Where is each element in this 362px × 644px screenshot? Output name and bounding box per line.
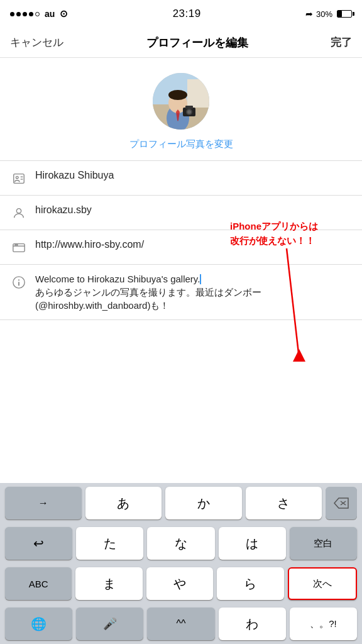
svg-point-10	[187, 110, 191, 114]
done-button[interactable]: 完了	[331, 35, 352, 50]
key-next[interactable]: 次へ	[288, 567, 357, 600]
text-cursor	[200, 274, 201, 284]
key-a[interactable]: あ	[85, 487, 162, 519]
battery-icon	[337, 10, 352, 18]
avatar[interactable]	[153, 73, 209, 130]
key-ma[interactable]: ま	[75, 567, 142, 600]
svg-marker-26	[293, 349, 305, 362]
key-dakuten[interactable]: ^^	[147, 608, 214, 640]
key-next-line[interactable]: →	[5, 487, 82, 519]
key-punctuation[interactable]: 、。?!	[290, 608, 357, 640]
keyboard-row-4: 🌐 🎤 ^^ わ 、。?!	[0, 604, 362, 644]
svg-rect-22	[18, 282, 19, 286]
svg-point-18	[15, 245, 16, 245]
delete-icon	[333, 497, 349, 509]
dot2	[16, 12, 21, 16]
svg-point-6	[168, 90, 187, 100]
svg-point-21	[18, 279, 19, 280]
nav-bar: キャンセル プロフィールを編集 完了	[0, 28, 362, 58]
dot3	[23, 12, 27, 16]
form-section: Hirokazu Shibuya hirokazu.sby http://www…	[0, 160, 362, 320]
signal-dots	[10, 12, 40, 16]
keyboard-row-3: ABC ま や ら 次へ	[0, 564, 362, 604]
key-mic[interactable]: 🎤	[76, 608, 143, 640]
status-bar: au ⊙ 23:19 ➦ 30%	[0, 0, 362, 28]
svg-rect-2	[187, 79, 209, 108]
status-left: au ⊙	[10, 8, 68, 19]
key-ha[interactable]: は	[219, 527, 286, 560]
key-undo[interactable]: ↩	[5, 527, 72, 560]
key-ra[interactable]: ら	[217, 567, 283, 600]
website-icon	[10, 239, 28, 257]
svg-point-12	[16, 176, 18, 179]
status-right: ➦ 30%	[305, 9, 352, 19]
time-display: 23:19	[173, 8, 201, 20]
svg-point-15	[16, 209, 21, 213]
battery-percent: 30%	[316, 9, 332, 19]
website-field-row[interactable]: http://www.hiro-sby.com/	[0, 230, 362, 265]
username-icon	[10, 204, 28, 222]
name-value: Hirokazu Shibuya	[35, 169, 352, 182]
key-abc[interactable]: ABC	[5, 567, 72, 600]
change-photo-button[interactable]: プロフィール写真を変更	[129, 138, 233, 150]
username-value: hirokazu.sby	[35, 203, 352, 217]
cancel-button[interactable]: キャンセル	[10, 35, 63, 50]
page-title: プロフィールを編集	[146, 35, 248, 50]
key-ka[interactable]: か	[165, 487, 242, 519]
keyboard: → あ か さ ↩ た な は 空白 ABC ま や ら 次へ 🌐 🎤 ^^ わ…	[0, 483, 362, 644]
key-sa[interactable]: さ	[246, 487, 322, 519]
username-field-row[interactable]: hirokazu.sby	[0, 196, 362, 230]
bio-field-row[interactable]: Welcome to Hirokazu Shibuya's gallery. あ…	[0, 265, 362, 319]
svg-point-19	[17, 245, 18, 245]
bio-value: Welcome to Hirokazu Shibuya's gallery. あ…	[35, 272, 352, 312]
dot1	[10, 12, 14, 16]
key-globe[interactable]: 🌐	[5, 608, 72, 640]
key-ya[interactable]: や	[146, 567, 213, 600]
keyboard-row-2: ↩ た な は 空白	[0, 523, 362, 564]
key-na[interactable]: な	[147, 527, 214, 560]
key-wa[interactable]: わ	[219, 608, 286, 640]
dot4	[29, 12, 33, 16]
key-ta[interactable]: た	[76, 527, 143, 560]
location-icon: ➦	[305, 9, 313, 19]
profile-section: プロフィール写真を変更	[0, 58, 362, 160]
key-space[interactable]: 空白	[290, 527, 357, 560]
battery-fill	[337, 11, 342, 17]
name-icon	[10, 170, 28, 187]
bio-icon	[10, 274, 28, 291]
website-value: http://www.hiro-sby.com/	[35, 238, 352, 252]
keyboard-row-1: → あ か さ	[0, 483, 362, 523]
avatar-image	[153, 73, 209, 130]
wifi-icon: ⊙	[60, 8, 68, 19]
svg-rect-8	[185, 106, 193, 109]
key-delete[interactable]	[326, 487, 357, 519]
name-field-row[interactable]: Hirokazu Shibuya	[0, 161, 362, 196]
dot5	[35, 12, 40, 16]
carrier-label: au	[45, 9, 55, 19]
